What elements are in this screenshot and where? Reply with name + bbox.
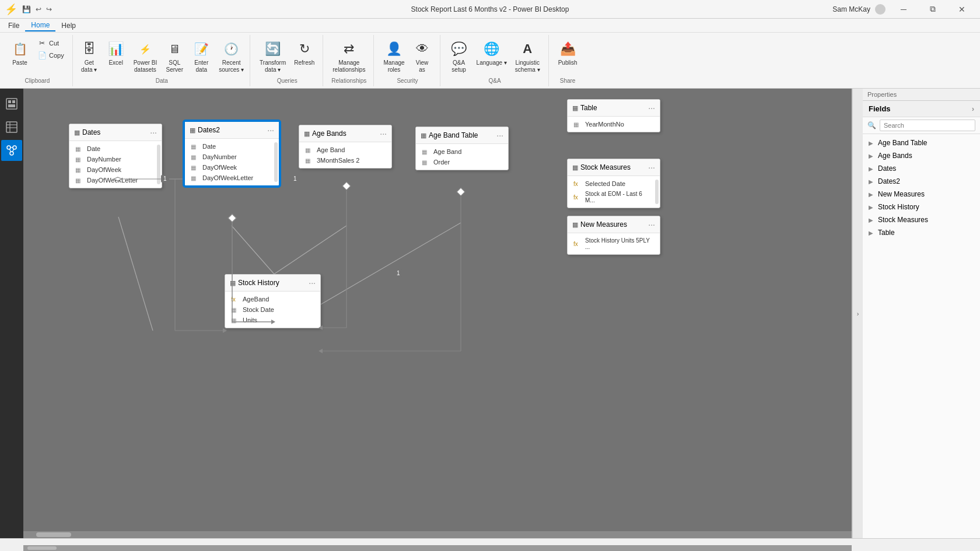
table-card-menu[interactable]: ··· <box>648 103 655 113</box>
age-band-table-card[interactable]: ▦ Age Band Table ··· ▦ Age Band ▦ Order <box>415 127 509 170</box>
field-item-dates2[interactable]: ▶ Dates2 <box>863 175 980 188</box>
dates2-card-menu[interactable]: ··· <box>267 125 274 135</box>
refresh-button[interactable]: ↻ Refresh <box>290 37 318 69</box>
stock-history-stockdate-label: Stock Date <box>243 306 274 313</box>
publish-label: Publish <box>558 59 578 66</box>
linguistic-schema-label: Linguisticschema ▾ <box>515 59 540 73</box>
field-item-new-measures[interactable]: ▶ New Measures <box>863 188 980 201</box>
paste-button[interactable]: 📋 Paste <box>7 37 33 69</box>
excel-button[interactable]: 📊 Excel <box>103 37 129 69</box>
user-avatar <box>875 4 886 15</box>
enter-data-button[interactable]: 📝 Enterdata <box>188 37 214 76</box>
copy-button[interactable]: 📄 Copy <box>34 50 68 61</box>
model-view-icon[interactable] <box>1 140 22 161</box>
right-panel: › Properties Fields › 🔍 <box>852 89 980 538</box>
transform-data-button[interactable]: 🔄 Transformdata ▾ <box>256 37 289 76</box>
manage-relationships-button[interactable]: ⇄ Managerelationships <box>329 37 369 76</box>
field-item-age-band-table[interactable]: ▶ Age Band Table <box>863 136 980 149</box>
age-band-table-card-menu[interactable]: ··· <box>496 131 503 140</box>
new-measures-card-menu[interactable]: ··· <box>648 220 655 229</box>
field-arrow-dates: ▶ <box>869 166 873 172</box>
stock-measures-stockateom-label: Stock at EOM - Last 6 M... <box>585 191 648 203</box>
recent-sources-label: Recentsources ▾ <box>219 59 244 73</box>
menu-help[interactable]: Help <box>55 20 82 31</box>
powerbi-datasets-button[interactable]: ⚡ Power BIdatasets <box>130 37 161 76</box>
field-item-dates[interactable]: ▶ Dates <box>863 162 980 175</box>
field-item-table[interactable]: ▶ Table <box>863 226 980 239</box>
ribbon-queries-items: 🔄 Transformdata ▾ ↻ Refresh <box>256 35 318 76</box>
new-measures-card[interactable]: ▦ New Measures ··· fx Stock History Unit… <box>567 216 660 255</box>
recent-sources-button[interactable]: 🕐 Recentsources ▾ <box>215 37 247 76</box>
stock-history-card-menu[interactable]: ··· <box>309 278 316 287</box>
dates2-daynumber-label: DayNumber <box>202 153 237 160</box>
field-arrow-stock-history: ▶ <box>869 204 873 210</box>
field-item-stock-history[interactable]: ▶ Stock History <box>863 201 980 213</box>
view-as-button[interactable]: 👁 Viewas <box>410 37 435 76</box>
quick-access-redo[interactable]: ↪ <box>46 5 52 13</box>
language-button[interactable]: 🌐 Language ▾ <box>473 37 510 69</box>
copy-label: Copy <box>49 52 64 59</box>
dates-card-body: ▦ Date ▦ DayNumber ▦ DayOfWeek ▦ <box>69 141 162 188</box>
linguistic-schema-button[interactable]: A Linguisticschema ▾ <box>512 37 544 76</box>
cut-button[interactable]: ✂ Cut <box>34 37 68 49</box>
stock-history-units-icon: ▦ <box>231 317 239 324</box>
fields-expand-button[interactable]: › <box>972 105 974 113</box>
canvas-bottom-scrollbar[interactable] <box>23 545 852 551</box>
ribbon-group-share: 📤 Publish Share <box>550 35 586 86</box>
table-card[interactable]: ▦ Table ··· ▦ YearMonthNo <box>567 99 660 132</box>
dates-field-dayofweekletter: ▦ DayOfWeekLetter <box>69 175 156 185</box>
manage-roles-button[interactable]: 👤 Manageroles <box>380 37 408 76</box>
stock-measures-card-menu[interactable]: ··· <box>648 163 655 172</box>
canvas[interactable]: ▦ Dates ··· ▦ Date ▦ DayNumber <box>23 89 852 538</box>
fields-collapse-button[interactable]: › <box>852 89 863 538</box>
field-item-age-bands[interactable]: ▶ Age Bands <box>863 149 980 162</box>
get-data-button[interactable]: 🗄 Getdata ▾ <box>76 37 102 76</box>
svg-marker-35 <box>318 349 323 353</box>
get-data-label: Getdata ▾ <box>81 59 97 73</box>
ribbon-qa-items: 💬 Q&Asetup 🌐 Language ▾ A Linguisticsche… <box>446 35 544 76</box>
menu-home[interactable]: Home <box>25 20 55 31</box>
minimize-button[interactable]: ─ <box>890 0 917 19</box>
age-bands-card-menu[interactable]: ··· <box>380 129 387 138</box>
bottom-scroll-thumb[interactable] <box>27 546 57 550</box>
close-button[interactable]: ✕ <box>949 0 975 19</box>
canvas-horizontal-scrollbar[interactable] <box>23 531 852 538</box>
titlebar-right: Sam McKay ─ ⧉ ✕ <box>832 0 975 19</box>
field-arrow-table: ▶ <box>869 230 873 236</box>
report-view-icon[interactable] <box>1 93 22 114</box>
table-yearmonthno-label: YearMonthNo <box>585 121 624 128</box>
dates-dayofweek-icon: ▦ <box>75 167 83 173</box>
svg-marker-21 <box>228 214 236 222</box>
menubar: File Home Help <box>0 19 980 33</box>
menu-file[interactable]: File <box>2 20 25 31</box>
table-field-yearmonthno: ▦ YearMonthNo <box>568 119 660 129</box>
stock-measures-card-header: ▦ Stock Measures ··· <box>568 159 660 176</box>
field-item-stock-measures[interactable]: ▶ Stock Measures <box>863 213 980 226</box>
dates2-field-dayofweek: ▦ DayOfWeek <box>185 162 273 173</box>
queries-label: Queries <box>277 78 298 84</box>
sql-server-button[interactable]: 🖥 SQLServer <box>162 37 187 76</box>
fields-search-input[interactable] <box>880 120 975 131</box>
dates2-card[interactable]: ▦ Dates2 ··· ▦ Date ▦ DayNumber <box>184 121 280 187</box>
restore-button[interactable]: ⧉ <box>919 0 946 19</box>
dates2-field-daynumber: ▦ DayNumber <box>185 152 273 162</box>
dates-card[interactable]: ▦ Dates ··· ▦ Date ▦ DayNumber <box>69 124 162 188</box>
quick-access-undo[interactable]: ↩ <box>36 5 41 13</box>
canvas-scroll-thumb[interactable] <box>36 532 71 537</box>
properties-tab[interactable]: Properties <box>863 89 980 101</box>
age-bands-card[interactable]: ▦ Age Bands ··· ▦ Age Band ▦ 3MonthSales… <box>299 125 392 169</box>
stock-history-card[interactable]: ▦ Stock History ··· fx AgeBand ▦ Stock D… <box>225 274 321 328</box>
age-band-table-field-ageband: ▦ Age Band <box>416 146 508 157</box>
data-view-icon[interactable] <box>1 117 22 138</box>
new-measures-field-stockhistory: fx Stock History Units 5PLY ... <box>568 236 660 252</box>
qa-setup-button[interactable]: 💬 Q&Asetup <box>446 37 472 76</box>
excel-label: Excel <box>108 59 123 66</box>
table-card-icon: ▦ <box>572 104 578 112</box>
table-card-body: ▦ YearMonthNo <box>568 117 660 132</box>
cut-icon: ✂ <box>37 38 47 48</box>
quick-access-save[interactable]: 💾 <box>22 5 31 13</box>
age-band-table-icon: ▦ <box>421 132 426 139</box>
publish-button[interactable]: 📤 Publish <box>555 37 581 69</box>
stock-measures-card[interactable]: ▦ Stock Measures ··· fx Selected Date fx… <box>567 159 660 208</box>
dates-card-menu[interactable]: ··· <box>150 128 157 137</box>
